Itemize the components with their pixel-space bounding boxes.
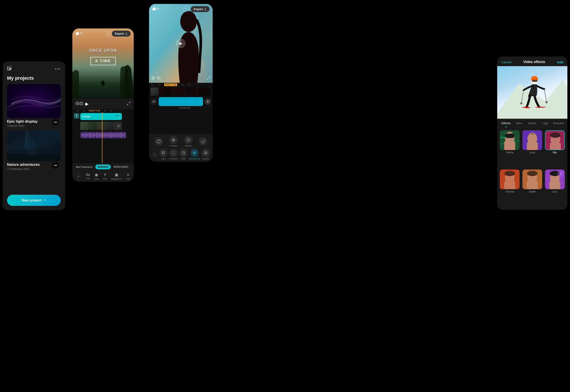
effect-thumbnail-blip: [545, 130, 565, 150]
color-label: Color: [94, 178, 99, 180]
help-button-p[interactable]: ?: [183, 6, 189, 12]
opacity-button[interactable]: Opacity: [201, 149, 210, 160]
editor2-nav: ? Export: [149, 4, 213, 14]
add-clip-button[interactable]: +: [205, 98, 211, 105]
effect-glitchy[interactable]: Glitchy: [499, 130, 520, 168]
timeline-tracks: T A time › :03.10 +: [72, 112, 134, 163]
preview-controls: [151, 76, 161, 81]
effects-row1: Precision Shadow: [151, 136, 210, 147]
effect-lens[interactable]: Lens: [544, 169, 565, 207]
effect-blip[interactable]: Blip: [544, 130, 565, 168]
svg-marker-27: [153, 101, 154, 102]
portrait-preview: ? Export ▶: [149, 4, 213, 83]
opacity-label: Opacity: [202, 158, 209, 160]
tool-background[interactable]: ▣ Background: [111, 172, 122, 180]
video-track: +: [80, 122, 122, 130]
cancel-button[interactable]: Cancel: [501, 60, 511, 64]
mute-button[interactable]: [151, 98, 157, 105]
a-time-text: A TIME: [90, 57, 116, 65]
home-button-p[interactable]: [152, 7, 156, 12]
svg-line-25: [209, 77, 210, 78]
timeline-area: 0s 1s 0:02.6 / 1:25 4s 5s T A time › :03…: [72, 109, 134, 163]
background-icon: ▣: [115, 172, 118, 177]
tool-color[interactable]: ◉ Color: [94, 172, 99, 180]
expand-button[interactable]: ∨: [152, 152, 158, 157]
copy-icon[interactable]: [157, 76, 161, 81]
text-track-button[interactable]: T: [74, 113, 79, 119]
tool-edit[interactable]: Aa Edit: [86, 173, 90, 180]
effect-chroma[interactable]: Chroma: [499, 169, 520, 207]
project-thumbnail-nature: [7, 130, 61, 161]
editor-nav-bar: ? Export: [72, 28, 134, 39]
svg-rect-17: [80, 102, 83, 105]
category-light[interactable]: Light: [539, 121, 552, 126]
mask-button[interactable]: Mask: [179, 149, 188, 160]
more-options-icon[interactable]: •••: [55, 67, 61, 72]
svg-point-30: [172, 139, 175, 141]
expand-tools-button[interactable]: ∨: [76, 173, 82, 179]
project-card-nature[interactable]: ••• Nature adventures 27 February 2022: [7, 130, 61, 171]
new-project-button[interactable]: New project +: [7, 195, 61, 206]
replay-button[interactable]: [199, 137, 207, 146]
rotate-button[interactable]: [155, 137, 163, 146]
shadow-button[interactable]: Shadow: [184, 136, 193, 147]
font-tab-intro-rust[interactable]: INTRO RUST: [112, 165, 131, 169]
background-label: Background: [111, 178, 122, 180]
svg-line-45: [544, 89, 547, 102]
project-more-btn[interactable]: •••: [52, 119, 59, 126]
tool-align[interactable]: ≡ Align: [126, 173, 130, 180]
playhead[interactable]: [102, 112, 102, 163]
align-label: Align: [126, 178, 130, 180]
crop-button[interactable]: Crop: [159, 149, 167, 160]
effect-name-blip: Blip: [553, 151, 557, 154]
precision-icon: [169, 136, 178, 144]
export-button-p[interactable]: Export: [191, 6, 210, 12]
category-glitches[interactable]: Glitches: [499, 121, 512, 126]
add-video-button[interactable]: +: [116, 124, 121, 128]
undo-button[interactable]: [79, 31, 83, 36]
settings-icon-p[interactable]: [151, 76, 155, 81]
font-tab-sf[interactable]: San Francisco: [74, 165, 94, 169]
panel-my-projects: ••• My projects •••: [3, 61, 65, 210]
project-more-btn-nature[interactable]: •••: [52, 162, 59, 169]
svg-rect-50: [504, 141, 515, 150]
home-button[interactable]: [75, 31, 79, 36]
transform-button[interactable]: Transform: [169, 149, 178, 160]
fullscreen-icon-p[interactable]: [207, 76, 210, 81]
effect-loud[interactable]: Loud: [522, 130, 543, 168]
settings-icon[interactable]: [75, 101, 79, 106]
audio-clip[interactable]: [159, 97, 203, 106]
font-tab-insta[interactable]: Insta: [132, 165, 134, 169]
category-retro[interactable]: Retro: [512, 121, 526, 126]
bottom-tools: ∨ Aa Edit ◉ Color f Font ▣ Background ≡ …: [72, 171, 134, 182]
chroma-key-button[interactable]: Chroma Key: [189, 149, 200, 160]
svg-rect-72: [523, 169, 542, 189]
editor2-timeline: 0s 1x 0:02.4 / 1:25 4s 5s: [149, 83, 213, 134]
effect-subtle[interactable]: Subtle: [522, 169, 543, 207]
editor-preview: ? Export ONCE UPON A TIME: [72, 28, 134, 98]
font-label: Font: [103, 178, 107, 180]
project-date-nature: 27 February 2022: [7, 167, 61, 171]
help-button-editor[interactable]: ?: [106, 31, 112, 36]
shadow-icon: [184, 136, 193, 144]
play-overlay-button[interactable]: ▶: [176, 39, 186, 48]
page-title: My projects: [7, 75, 61, 81]
fullscreen-icon[interactable]: [127, 101, 131, 106]
audio-track: [80, 132, 126, 139]
panel-video-editor: ? Export ONCE UPON A TIME ▶ 0s 1s 0:02.6…: [72, 28, 134, 182]
project-card-epic-light[interactable]: ••• Epic light display 8 March 2022: [7, 84, 61, 127]
tool-font[interactable]: f Font: [103, 173, 107, 180]
category-motion[interactable]: Motion: [526, 121, 539, 126]
font-tab-bernier[interactable]: BERNIER: [95, 165, 111, 169]
svg-rect-24: [158, 78, 160, 80]
undo-button-p[interactable]: [156, 7, 160, 11]
add-effect-button[interactable]: Add: [557, 60, 563, 64]
effects-title: Video effects: [523, 60, 545, 64]
effect-name-lens: Lens: [552, 190, 557, 193]
layers-icon[interactable]: [79, 101, 83, 106]
precision-button[interactable]: Precision: [169, 136, 178, 147]
category-distortion[interactable]: Distortion: [552, 121, 565, 126]
export-button[interactable]: Export: [112, 31, 131, 37]
svg-rect-57: [527, 142, 538, 150]
play-button[interactable]: ▶: [83, 100, 90, 107]
